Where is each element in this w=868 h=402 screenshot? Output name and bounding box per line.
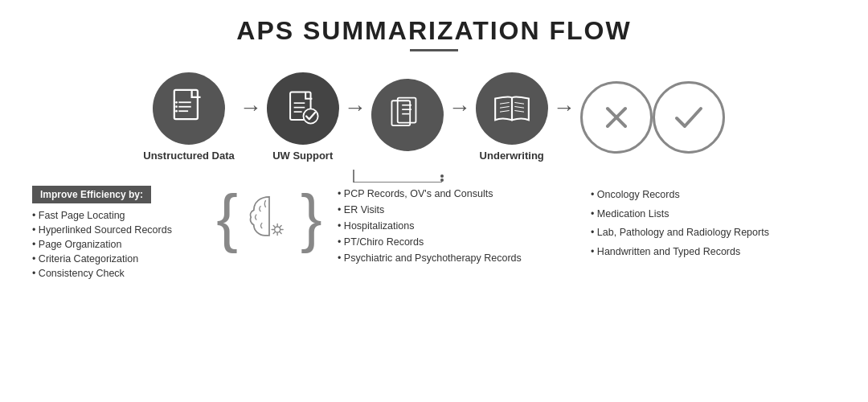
svg-line-19 (500, 107, 510, 109)
flow-step-accept (653, 81, 725, 154)
flow-row: Unstructured Data → UW Support → (32, 72, 836, 162)
efficiency-item-1: Fast Page Locating (32, 208, 209, 223)
bottom-section: Improve Efficiency by: Fast Page Locatin… (32, 186, 836, 281)
record-item-2: ER Visits (338, 202, 575, 218)
connector-area (32, 170, 836, 183)
title-underline (410, 49, 458, 51)
curly-brace-container: { } (216, 186, 321, 250)
circle-reject (580, 81, 653, 154)
flow-step-processing (371, 79, 444, 156)
svg-line-23 (514, 111, 524, 113)
step-label-unstructured: Unstructured Data (143, 150, 234, 162)
arrow-2: → (344, 95, 366, 140)
flow-step-unstructured: Unstructured Data (143, 72, 234, 162)
record-item-1: PCP Records, OV's and Consults (338, 186, 575, 202)
efficiency-item-4: Criteria Categorization (32, 252, 209, 266)
record-item-5: Psychiatric and Psychotherapy Records (338, 250, 575, 266)
brain-gear-svg (241, 186, 297, 250)
records-col2: Oncology Records Medication Lists Lab, P… (583, 186, 836, 261)
right-curly: } (301, 186, 322, 250)
efficiency-item-5: Consistency Check (32, 266, 209, 281)
efficiency-panel: Improve Efficiency by: Fast Page Locatin… (32, 186, 209, 281)
processing-icon (387, 95, 428, 135)
record-item-9: Handwritten and Typed Records (591, 243, 828, 262)
bracket-svg (281, 170, 538, 183)
left-curly: { (216, 186, 238, 250)
x-icon (596, 97, 637, 137)
svg-rect-13 (397, 97, 416, 122)
circle-processing (371, 79, 444, 151)
arrow-3: → (448, 95, 471, 140)
step-label-uw: UW Support (272, 150, 333, 162)
arrow-1: → (240, 95, 262, 140)
svg-point-6 (175, 110, 178, 113)
records-col1: PCP Records, OV's and Consults ER Visits… (330, 186, 583, 266)
svg-rect-12 (391, 100, 410, 125)
svg-line-20 (500, 111, 510, 113)
page-title: APS SUMMARIZATION FLOW (32, 16, 836, 46)
efficiency-list: Fast Page Locating Hyperlinked Sourced R… (32, 208, 209, 281)
efficiency-header: Improve Efficiency by: (32, 186, 151, 203)
svg-line-21 (514, 103, 524, 105)
uw-icon (283, 88, 323, 129)
svg-rect-0 (174, 90, 198, 119)
record-item-7: Medication Lists (591, 205, 828, 224)
arrow-4: → (553, 95, 575, 140)
svg-line-18 (500, 103, 510, 105)
circle-unstructured (153, 72, 225, 145)
circle-accept (653, 81, 725, 154)
record-item-6: Oncology Records (591, 186, 828, 205)
record-item-3: Hospitalizations (338, 218, 575, 234)
step-label-underwriting: Underwriting (480, 150, 544, 162)
circle-uw (267, 72, 339, 145)
svg-point-5 (175, 105, 178, 108)
check-icon (669, 97, 709, 137)
record-item-8: Lab, Pathology and Radiology Reports (591, 224, 828, 243)
flow-step-uw: UW Support (267, 72, 339, 162)
efficiency-item-3: Page Organization (32, 237, 209, 252)
main-container: APS SUMMARIZATION FLOW Unstructured Data (0, 0, 868, 402)
efficiency-item-2: Hyperlinked Sourced Records (32, 223, 209, 237)
book-icon (492, 88, 532, 129)
svg-point-29 (440, 178, 444, 182)
svg-point-28 (440, 174, 444, 178)
record-item-4: PT/Chiro Records (338, 234, 575, 250)
flow-step-underwriting: Underwriting (476, 72, 548, 162)
svg-point-4 (175, 101, 178, 104)
records-list-1: PCP Records, OV's and Consults ER Visits… (338, 186, 575, 266)
circle-underwriting (476, 72, 548, 145)
brain-gear-area: { } (217, 186, 321, 250)
records-list-2: Oncology Records Medication Lists Lab, P… (591, 186, 828, 261)
svg-line-22 (514, 107, 524, 109)
flow-step-reject (580, 81, 653, 154)
doc-icon (169, 88, 209, 129)
